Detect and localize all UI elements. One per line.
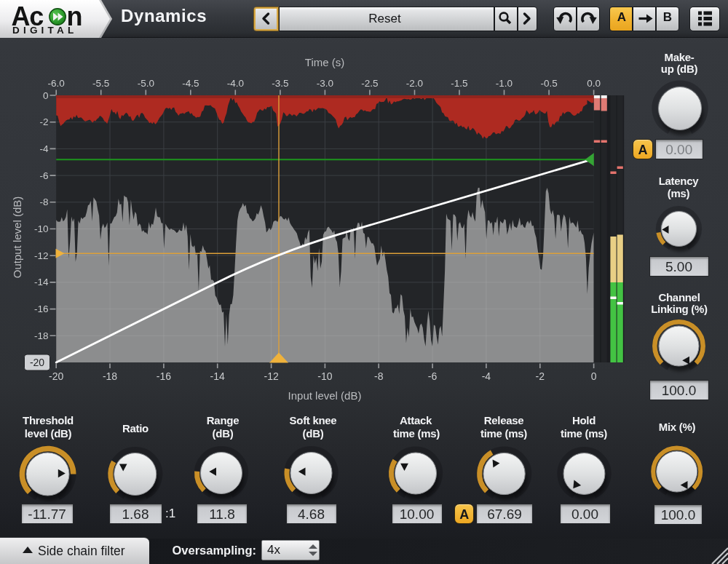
svg-text:-1.5: -1.5 [451, 78, 467, 89]
svg-text:-5.5: -5.5 [92, 78, 109, 89]
svg-text:-3.0: -3.0 [317, 78, 333, 89]
svg-text:-12: -12 [264, 370, 278, 382]
svg-text:-16: -16 [157, 370, 171, 382]
svg-text:-14: -14 [210, 370, 225, 382]
svg-text:-4: -4 [482, 370, 491, 382]
svg-text:-4.0: -4.0 [227, 78, 244, 89]
svg-text:0.0: 0.0 [587, 78, 601, 89]
svg-text:-20: -20 [30, 357, 44, 368]
svg-text:-14: -14 [34, 277, 49, 287]
svg-text:Input level (dB): Input level (dB) [288, 389, 362, 402]
svg-text:-5.0: -5.0 [138, 78, 154, 89]
svg-text:-4.5: -4.5 [182, 78, 199, 89]
svg-text:-20: -20 [49, 370, 63, 382]
svg-text:0: 0 [591, 370, 597, 382]
svg-text:Output level (dB): Output level (dB) [11, 196, 23, 279]
svg-text:-3.5: -3.5 [272, 78, 288, 89]
svg-text:-10: -10 [34, 223, 49, 234]
svg-text:-0.5: -0.5 [540, 78, 557, 89]
svg-text:-18: -18 [34, 330, 49, 341]
svg-text:-2: -2 [39, 116, 48, 127]
svg-text:-18: -18 [103, 370, 117, 382]
svg-text:-10: -10 [317, 370, 332, 382]
svg-text:-6: -6 [39, 170, 48, 181]
svg-text:-8: -8 [374, 370, 384, 382]
svg-text:-12: -12 [34, 250, 49, 261]
svg-text:Time (s): Time (s) [305, 56, 344, 68]
svg-text:-6: -6 [428, 370, 438, 382]
svg-text:-6.0: -6.0 [48, 78, 65, 89]
svg-text:-8: -8 [39, 196, 48, 207]
svg-text:-16: -16 [34, 303, 49, 314]
svg-text:-1.0: -1.0 [496, 78, 513, 89]
svg-text:-2.0: -2.0 [406, 78, 423, 89]
svg-text:-2: -2 [536, 370, 545, 382]
svg-text:-4: -4 [39, 143, 48, 154]
svg-text:0: 0 [43, 90, 49, 101]
svg-text:-2.5: -2.5 [361, 78, 378, 89]
